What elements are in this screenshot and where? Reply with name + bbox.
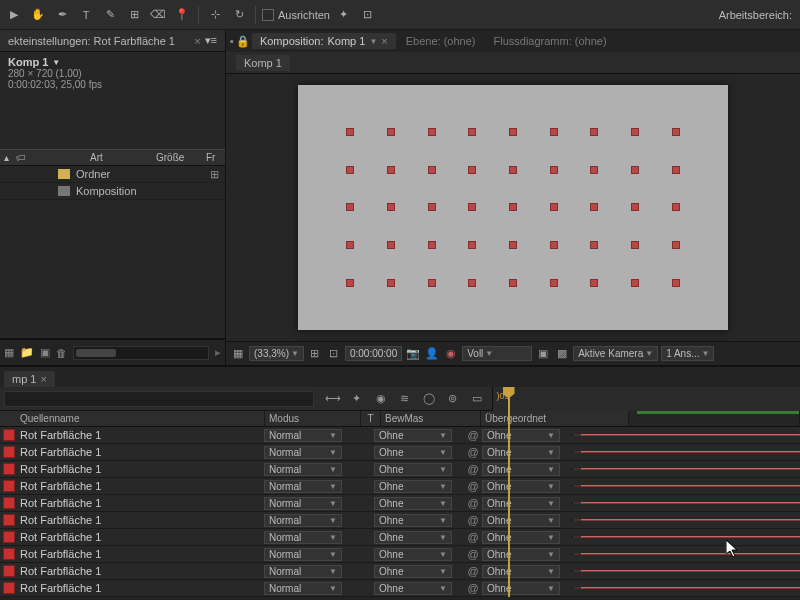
selection-tool-icon[interactable]: ▶ (4, 5, 24, 25)
brush-tool-icon[interactable]: ✎ (100, 5, 120, 25)
mode-dropdown[interactable]: Normal▼ (264, 497, 342, 510)
layer-row[interactable]: Rot Farbfläche 1Normal▼Ohne▼@Ohne▼ (0, 478, 800, 495)
layer-color-swatch[interactable] (3, 480, 15, 492)
rotate-tool-icon[interactable]: ↻ (229, 5, 249, 25)
time-ruler[interactable]: )0s (492, 387, 801, 411)
dropdown-icon[interactable]: ▼ (52, 58, 60, 67)
parent-pickwhip-icon[interactable]: @ (464, 582, 482, 594)
bewmas-dropdown[interactable]: Ohne▼ (374, 480, 452, 493)
layer-color-swatch[interactable] (3, 548, 15, 560)
col-t[interactable]: T (361, 411, 381, 426)
layer-name[interactable]: Rot Farbfläche 1 (18, 497, 264, 509)
mode-dropdown[interactable]: Normal▼ (264, 480, 342, 493)
layer-track[interactable] (572, 553, 800, 555)
bewmas-dropdown[interactable]: Ohne▼ (374, 429, 452, 442)
scrollbar-horizontal[interactable] (73, 346, 209, 360)
layer-name[interactable]: Rot Farbfläche 1 (18, 514, 264, 526)
col-parent[interactable]: Übergeordnet (481, 411, 629, 426)
project-item-folder[interactable]: Ordner ⊞ (0, 166, 225, 183)
layer-color-swatch[interactable] (3, 463, 15, 475)
show-snapshot-icon[interactable]: 👤 (424, 346, 440, 362)
bpc-icon[interactable]: ▦ (4, 346, 14, 359)
mode-dropdown[interactable]: Normal▼ (264, 531, 342, 544)
layer-color-swatch[interactable] (3, 531, 15, 543)
col-bewmas[interactable]: BewMas (381, 411, 481, 426)
snapshot-icon[interactable]: 📷 (405, 346, 421, 362)
parent-pickwhip-icon[interactable]: @ (464, 463, 482, 475)
col-size[interactable]: Größe (156, 152, 206, 163)
mode-dropdown[interactable]: Normal▼ (264, 582, 342, 595)
flow-icon[interactable]: ⊞ (207, 168, 221, 180)
layer-color-swatch[interactable] (3, 582, 15, 594)
layer-color-swatch[interactable] (3, 446, 15, 458)
layer-name[interactable]: Rot Farbfläche 1 (18, 531, 264, 543)
align-checkbox[interactable] (262, 9, 274, 21)
grid-icon[interactable]: ⊞ (307, 346, 323, 362)
roi-icon[interactable]: ▣ (535, 346, 551, 362)
pen-tool-icon[interactable]: ✒ (52, 5, 72, 25)
layer-name[interactable]: Rot Farbfläche 1 (18, 480, 264, 492)
guides-icon[interactable]: ⊡ (326, 346, 342, 362)
eraser-tool-icon[interactable]: ⌫ (148, 5, 168, 25)
layer-name[interactable]: Rot Farbfläche 1 (18, 548, 264, 560)
mode-dropdown[interactable]: Normal▼ (264, 446, 342, 459)
scroll-right-icon[interactable]: ▸ (215, 346, 221, 359)
mode-dropdown[interactable]: Normal▼ (264, 514, 342, 527)
parent-dropdown[interactable]: Ohne▼ (482, 548, 560, 561)
bewmas-dropdown[interactable]: Ohne▼ (374, 531, 452, 544)
frame-blend-icon[interactable]: ◉ (372, 392, 390, 405)
pin-tool-icon[interactable]: 📍 (172, 5, 192, 25)
layer-track[interactable] (572, 468, 800, 470)
mode-dropdown[interactable]: Normal▼ (264, 429, 342, 442)
layer-track[interactable] (572, 519, 800, 521)
layer-name[interactable]: Rot Farbfläche 1 (18, 565, 264, 577)
layer-row[interactable]: Rot Farbfläche 1Normal▼Ohne▼@Ohne▼ (0, 427, 800, 444)
snap-icon[interactable]: ✦ (334, 5, 354, 25)
transparency-icon[interactable]: ▩ (554, 346, 570, 362)
layer-track[interactable] (572, 485, 800, 487)
parent-dropdown[interactable]: Ohne▼ (482, 480, 560, 493)
layer-name[interactable]: Rot Farbfläche 1 (18, 429, 264, 441)
project-panel-tab[interactable]: ekteinstellungen: Rot Farbfläche 1 × ▾≡ (0, 30, 225, 52)
bewmas-dropdown[interactable]: Ohne▼ (374, 514, 452, 527)
parent-dropdown[interactable]: Ohne▼ (482, 531, 560, 544)
layer-row[interactable]: Rot Farbfläche 1Normal▼Ohne▼@Ohne▼ (0, 495, 800, 512)
parent-pickwhip-icon[interactable]: @ (464, 531, 482, 543)
layer-track[interactable] (572, 587, 800, 589)
draft3d-icon[interactable]: ✦ (348, 392, 366, 405)
motion-blur-icon[interactable]: ≋ (396, 392, 414, 405)
close-icon[interactable]: × (194, 35, 200, 47)
bewmas-dropdown[interactable]: Ohne▼ (374, 446, 452, 459)
parent-pickwhip-icon[interactable]: @ (464, 429, 482, 441)
layer-row[interactable]: Rot Farbfläche 1Normal▼Ohne▼@Ohne▼ (0, 444, 800, 461)
layer-row[interactable]: Rot Farbfläche 1Normal▼Ohne▼@Ohne▼ (0, 529, 800, 546)
channel-icon[interactable]: ◉ (443, 346, 459, 362)
layer-track[interactable] (572, 570, 800, 572)
stamp-tool-icon[interactable]: ⊞ (124, 5, 144, 25)
parent-dropdown[interactable]: Ohne▼ (482, 582, 560, 595)
text-tool-icon[interactable]: T (76, 5, 96, 25)
mode-dropdown[interactable]: Normal▼ (264, 463, 342, 476)
col-mode[interactable]: Modus (265, 411, 361, 426)
layer-row[interactable]: Rot Farbfläche 1Normal▼Ohne▼@Ohne▼ (0, 461, 800, 478)
camera-dropdown[interactable]: Aktive Kamera ▼ (573, 346, 658, 361)
parent-pickwhip-icon[interactable]: @ (464, 565, 482, 577)
layer-color-swatch[interactable] (3, 565, 15, 577)
parent-pickwhip-icon[interactable]: @ (464, 548, 482, 560)
bewmas-dropdown[interactable]: Ohne▼ (374, 582, 452, 595)
col-name[interactable]: Art (32, 152, 156, 163)
graph-icon[interactable]: ⊚ (444, 392, 462, 405)
layer-track[interactable] (572, 502, 800, 504)
bewmas-dropdown[interactable]: Ohne▼ (374, 497, 452, 510)
mode-dropdown[interactable]: Normal▼ (264, 548, 342, 561)
timeline-tab[interactable]: mp 1 × (4, 371, 55, 387)
dropdown-icon[interactable]: ▼ (369, 37, 377, 46)
breadcrumb-item[interactable]: Komp 1 (236, 55, 290, 71)
views-dropdown[interactable]: 1 Ans... ▼ (661, 346, 714, 361)
layer-row[interactable]: Rot Farbfläche 1Normal▼Ohne▼@Ohne▼ (0, 580, 800, 597)
col-fr[interactable]: Fr (206, 152, 221, 163)
brainstorm-icon[interactable]: ◯ (420, 392, 438, 405)
parent-dropdown[interactable]: Ohne▼ (482, 463, 560, 476)
layer-color-swatch[interactable] (3, 429, 15, 441)
tab-flowchart[interactable]: Flussdiagramm: (ohne) (486, 33, 615, 49)
